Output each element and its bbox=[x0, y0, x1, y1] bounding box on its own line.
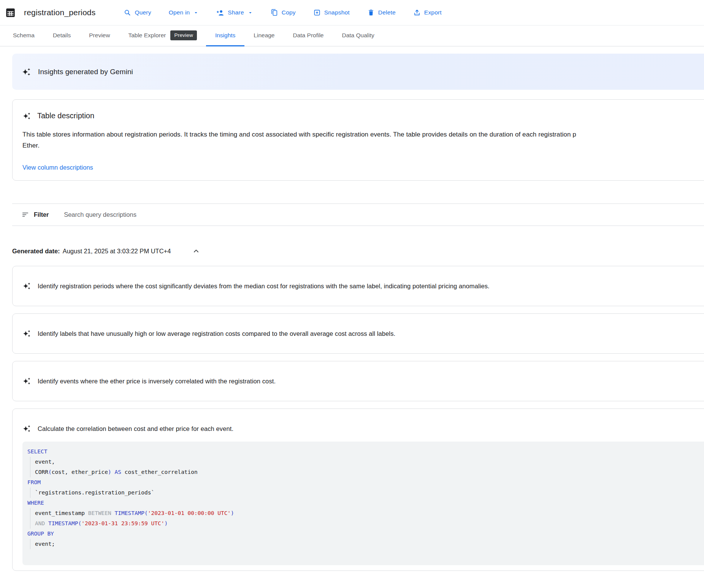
search-icon bbox=[124, 9, 131, 16]
generated-date-value: August 21, 2025 at 3:03:22 PM UTC+4 bbox=[63, 248, 171, 255]
table-description-card: Table description This table stores info… bbox=[12, 99, 704, 181]
table-description-header: Table description bbox=[22, 111, 704, 120]
sql-line: WHERE bbox=[27, 498, 704, 508]
insight-text: Identify labels that have unusually high… bbox=[38, 330, 395, 337]
delete-button[interactable]: Delete bbox=[367, 9, 396, 16]
insight-card-expanded[interactable]: Calculate the correlation between cost a… bbox=[12, 408, 704, 571]
banner-title: Insights generated by Gemini bbox=[38, 68, 133, 76]
query-button[interactable]: Query bbox=[124, 9, 151, 16]
trash-icon bbox=[367, 9, 375, 16]
copy-icon bbox=[271, 9, 278, 16]
snapshot-icon bbox=[313, 9, 321, 16]
gemini-spark-icon bbox=[22, 112, 31, 120]
generated-date-row: Generated date: August 21, 2025 at 3:03:… bbox=[12, 243, 704, 259]
sql-line: FROM bbox=[27, 477, 704, 488]
tab-insights[interactable]: Insights bbox=[206, 25, 244, 46]
sql-line: event_timestamp BETWEEN TIMESTAMP('2023-… bbox=[30, 508, 704, 518]
gemini-spark-icon bbox=[22, 282, 31, 290]
sql-line: GROUP BY bbox=[27, 529, 704, 539]
copy-button[interactable]: Copy bbox=[271, 9, 296, 16]
tab-preview[interactable]: Preview bbox=[80, 25, 119, 46]
sql-line: `registrations.registration_periods` bbox=[30, 488, 704, 498]
tab-data-quality[interactable]: Data Quality bbox=[333, 25, 383, 46]
view-column-descriptions-link[interactable]: View column descriptions bbox=[22, 164, 93, 171]
sql-line: event, bbox=[30, 457, 704, 467]
table-description-body: This table stores information about regi… bbox=[22, 129, 704, 151]
filter-bar: Filter bbox=[12, 203, 704, 226]
description-text-line2: Ether. bbox=[22, 140, 704, 151]
filter-label: Filter bbox=[34, 211, 49, 218]
generated-date-label: Generated date: bbox=[12, 248, 60, 255]
toolbar: Query Open in Share Copy Snapshot De bbox=[124, 9, 441, 17]
gemini-spark-icon bbox=[22, 377, 31, 385]
bigquery-table-insights-page: registration_periods Query Open in Share… bbox=[0, 0, 704, 571]
caret-down-icon bbox=[247, 10, 253, 16]
insight-card[interactable]: Identify registration periods where the … bbox=[12, 266, 704, 306]
gemini-spark-icon bbox=[22, 67, 31, 76]
snapshot-button[interactable]: Snapshot bbox=[313, 9, 350, 16]
table-description-title: Table description bbox=[37, 111, 94, 120]
table-header: registration_periods Query Open in Share… bbox=[0, 0, 704, 25]
description-text-line1: This table stores information about regi… bbox=[22, 129, 704, 140]
gemini-spark-icon bbox=[22, 329, 31, 338]
tab-bar: Schema Details Preview Table Explorer Pr… bbox=[0, 25, 704, 46]
insight-text: Identify registration periods where the … bbox=[38, 283, 490, 290]
tab-details[interactable]: Details bbox=[44, 25, 80, 46]
sql-code-block: SELECT event, CORR(cost, ether_price) AS… bbox=[22, 442, 704, 565]
collapse-section-button[interactable] bbox=[189, 243, 204, 259]
insight-text: Identify events where the ether price is… bbox=[38, 378, 276, 385]
gemini-spark-icon bbox=[22, 424, 31, 433]
caret-down-icon bbox=[193, 10, 199, 16]
insight-card[interactable]: Identify events where the ether price is… bbox=[12, 361, 704, 401]
sql-line: SELECT bbox=[27, 447, 704, 457]
tab-data-profile[interactable]: Data Profile bbox=[284, 25, 333, 46]
table-icon bbox=[5, 8, 16, 18]
search-query-descriptions-input[interactable] bbox=[64, 211, 239, 218]
tab-lineage[interactable]: Lineage bbox=[244, 25, 284, 46]
insight-text: Calculate the correlation between cost a… bbox=[38, 425, 233, 432]
export-button[interactable]: Export bbox=[413, 9, 442, 16]
page-title: registration_periods bbox=[24, 8, 95, 17]
insight-header: Calculate the correlation between cost a… bbox=[22, 424, 704, 433]
tab-table-explorer[interactable]: Table Explorer Preview bbox=[119, 25, 206, 46]
tab-schema[interactable]: Schema bbox=[4, 25, 44, 46]
sql-line: AND TIMESTAMP('2023-01-31 23:59:59 UTC') bbox=[30, 518, 704, 529]
share-button[interactable]: Share bbox=[216, 9, 253, 17]
preview-badge: Preview bbox=[170, 30, 197, 40]
chevron-up-icon bbox=[192, 247, 200, 255]
insight-card[interactable]: Identify labels that have unusually high… bbox=[12, 313, 704, 354]
sql-line: CORR(cost, ether_price) AS cost_ether_co… bbox=[30, 467, 704, 477]
export-icon bbox=[413, 9, 421, 16]
gemini-insights-banner: Insights generated by Gemini bbox=[12, 54, 704, 90]
sql-line: event; bbox=[30, 539, 704, 549]
filter-icon bbox=[22, 211, 29, 218]
open-in-button[interactable]: Open in bbox=[169, 9, 199, 16]
person-add-icon bbox=[216, 9, 224, 17]
